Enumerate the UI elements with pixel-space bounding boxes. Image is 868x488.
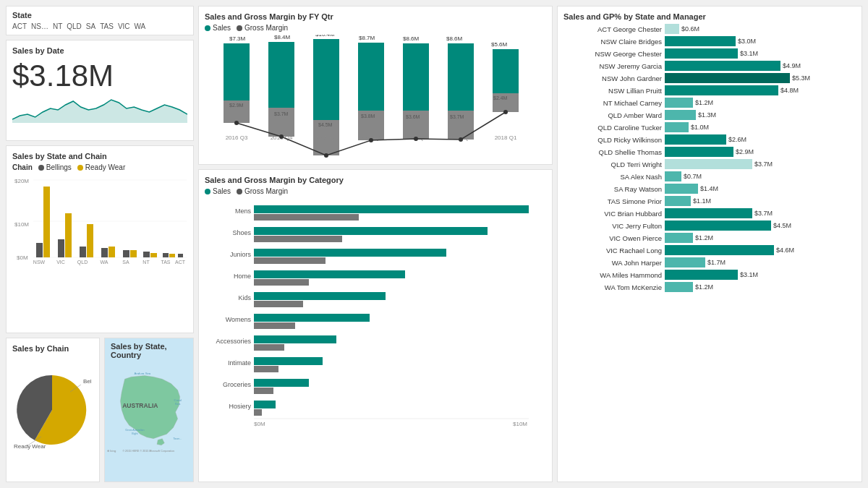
svg-text:SA: SA xyxy=(122,260,129,265)
svg-text:Home: Home xyxy=(234,273,251,280)
state-vic[interactable]: VIC xyxy=(118,22,130,30)
state-manager-row: NSW Jeremy Garcia$4.9M xyxy=(563,61,856,71)
svg-text:Kids: Kids xyxy=(238,294,251,301)
sm-bar-container: $3.1M xyxy=(665,48,856,59)
state-manager-row: QLD Amber Ward$1.3M xyxy=(563,110,856,120)
state-act[interactable]: ACT xyxy=(12,22,27,30)
svg-rect-43 xyxy=(224,43,250,100)
sm-row-label: VIC Brian Hubbard xyxy=(563,210,665,218)
cat-legend-sales: Sales xyxy=(205,187,231,195)
svg-rect-85 xyxy=(254,205,529,213)
legend-readywear: Ready Wear xyxy=(77,163,125,171)
category-bar-chart-svg: Mens Shoes Juniors Home Kids xyxy=(205,198,546,437)
state-manager-row: VIC Owen Pierce$1.2M xyxy=(563,233,856,243)
legend-bellings: Bellings xyxy=(38,163,72,171)
svg-rect-15 xyxy=(101,248,108,257)
sm-value: $4.5M xyxy=(773,222,791,229)
svg-text:Bight: Bight xyxy=(132,432,137,435)
sm-value: $1.4M xyxy=(700,185,718,192)
state-filter-panel: State ACT NS… NT QLD SA TAS VIC WA xyxy=(6,6,194,35)
state-manager-row: ACT George Chester$0.6M xyxy=(563,24,856,34)
cat-gm-label: Gross Margin xyxy=(244,187,288,195)
bottom-left-row: Sales by Chain Bellings Ready Wear xyxy=(6,338,194,482)
sm-bar-container: $1.3M xyxy=(665,110,856,120)
svg-rect-25 xyxy=(169,254,175,257)
sm-value: $3.1M xyxy=(740,271,758,278)
svg-rect-19 xyxy=(130,250,137,257)
sm-row-label: NSW George Chester xyxy=(563,50,665,58)
state-qld[interactable]: QLD xyxy=(67,22,82,30)
readywear-dot xyxy=(77,165,83,171)
map-panel: Sales by State, Country AUSTRALIA Arafur… xyxy=(104,338,194,482)
fy-sales-label: Sales xyxy=(213,24,231,32)
svg-rect-9 xyxy=(58,239,64,257)
sales-chain-panel: Sales by State and Chain Chain Bellings … xyxy=(6,145,194,333)
svg-text:Coral: Coral xyxy=(174,398,182,402)
sparkline-chart xyxy=(12,94,187,123)
sm-value: $5.3M xyxy=(792,74,810,82)
svg-rect-22 xyxy=(150,253,157,257)
sm-row-label: NSW Jeremy Garcia xyxy=(563,62,665,70)
state-nt[interactable]: NT xyxy=(53,22,62,30)
svg-point-80 xyxy=(369,138,373,142)
fy-legend: Sales Gross Margin xyxy=(205,24,546,32)
sm-value: $4.8M xyxy=(780,87,799,94)
sm-value: $1.1M xyxy=(693,197,711,205)
state-sa[interactable]: SA xyxy=(86,22,95,30)
svg-rect-91 xyxy=(254,249,446,257)
svg-rect-113 xyxy=(254,409,262,416)
sm-row-label: QLD Ricky Wilkinson xyxy=(563,136,665,144)
sm-value: $1.2M xyxy=(695,99,713,106)
sm-value: $1.0M xyxy=(691,124,709,131)
category-title: Sales and Gross Margin by Category xyxy=(205,176,546,184)
state-manager-row: VIC Brian Hubbard$3.7M xyxy=(563,208,856,218)
state-tas[interactable]: TAS xyxy=(100,22,114,30)
sm-value: $1.3M xyxy=(698,111,716,119)
bellings-label: Bellings xyxy=(46,163,72,171)
sm-value: $3.0M xyxy=(738,38,756,45)
cat-gm-dot xyxy=(237,189,242,194)
sm-bar-container: $4.5M xyxy=(665,221,856,231)
svg-text:$10M: $10M xyxy=(14,221,29,228)
sm-bar xyxy=(665,245,774,255)
state-filter-items: ACT NS… NT QLD SA TAS VIC WA xyxy=(12,22,187,30)
sm-bar-container: $3.1M xyxy=(665,270,856,280)
svg-rect-94 xyxy=(254,270,405,278)
svg-point-79 xyxy=(324,153,328,158)
cat-legend-gm: Gross Margin xyxy=(237,187,288,195)
sales-date-value: $3.18M xyxy=(12,61,187,91)
svg-rect-58 xyxy=(358,43,384,111)
sales-chain-pie-panel: Sales by Chain Bellings Ready Wear xyxy=(6,338,100,482)
svg-rect-21 xyxy=(143,252,150,257)
state-ns[interactable]: NS… xyxy=(31,22,48,30)
sm-row-label: WA John Harper xyxy=(563,259,665,267)
svg-text:Accessories: Accessories xyxy=(216,338,251,345)
svg-text:Sea: Sea xyxy=(175,402,181,406)
svg-rect-112 xyxy=(254,401,276,408)
sm-value: $3.7M xyxy=(754,160,773,168)
sm-bar-container: $4.8M xyxy=(665,85,856,95)
sm-bar-container: $4.9M xyxy=(665,61,856,71)
state-wa[interactable]: WA xyxy=(135,22,146,30)
svg-rect-45 xyxy=(224,100,250,123)
sm-bar-container: $1.2M xyxy=(665,282,856,292)
fy-legend-gm: Gross Margin xyxy=(237,24,288,32)
sm-bar xyxy=(665,73,790,83)
svg-point-77 xyxy=(234,121,239,125)
svg-text:2018 Q1: 2018 Q1 xyxy=(495,134,517,141)
sm-bar-container: $2.9M xyxy=(665,147,856,157)
sm-value: $0.7M xyxy=(684,173,702,180)
sm-row-label: VIC Jerry Fulton xyxy=(563,222,665,230)
sm-row-label: NSW Claire Bridges xyxy=(563,38,665,46)
middle-column: Sales and Gross Margin by FY Qtr Sales G… xyxy=(198,6,553,482)
svg-rect-95 xyxy=(254,279,309,286)
sm-row-label: QLD Terri Wright xyxy=(563,160,665,168)
pie-chart: Bellings Ready Wear xyxy=(12,356,92,450)
pie-title: Sales by Chain xyxy=(12,344,93,353)
left-column: State ACT NS… NT QLD SA TAS VIC WA Sales… xyxy=(6,6,194,482)
svg-text:Mens: Mens xyxy=(235,207,252,215)
sm-value: $3.7M xyxy=(754,210,773,217)
state-manager-row: WA Miles Hammond$3.1M xyxy=(563,270,856,280)
svg-text:Tasm...: Tasm... xyxy=(174,437,182,440)
svg-text:TAS: TAS xyxy=(161,260,170,265)
